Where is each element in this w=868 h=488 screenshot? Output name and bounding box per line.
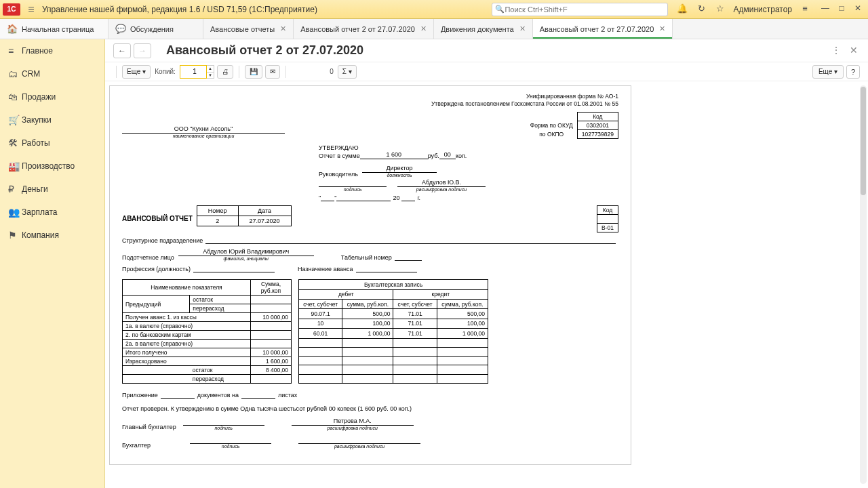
search-input[interactable] <box>505 5 665 14</box>
logo-1c: 1C <box>3 3 20 16</box>
code-header: Код <box>577 113 618 121</box>
c: 71.01 <box>393 329 437 338</box>
attach-n <box>161 390 195 399</box>
sidebar-item-sales[interactable]: 🛍Продажи <box>0 85 104 108</box>
kebab-icon[interactable]: ⋮ <box>830 45 842 57</box>
c: 71.01 <box>393 309 437 319</box>
report-paper: Унифицированная форма № АО-1 Утверждена … <box>109 85 631 465</box>
lt-h1: Наименование показателя <box>123 280 251 296</box>
sidebar-item-main[interactable]: ≡Главное <box>0 39 104 62</box>
sidebar-item-purchases[interactable]: 🛒Закупки <box>0 108 104 131</box>
struct-val <box>205 237 616 244</box>
chief-name: Петрова М.А. <box>292 418 414 426</box>
num-val: 2 <box>197 216 238 226</box>
c: 60.01 <box>299 329 342 338</box>
cart-icon: 🛒 <box>8 115 22 125</box>
close-doc-icon[interactable]: ✕ <box>848 45 860 57</box>
month-blank <box>336 193 391 201</box>
spinner-down[interactable]: ▼ <box>207 73 214 79</box>
close-icon[interactable]: ✕ <box>420 24 427 33</box>
lt-r3: Получен аванс 1. из кассы <box>123 313 251 322</box>
sidebar-item-salary[interactable]: 👥Зарплата <box>0 201 104 224</box>
rt-a1: счет, субсчет <box>299 299 342 308</box>
sidebar-item-company[interactable]: ⚑Компания <box>0 224 104 247</box>
rt-credit: кредит <box>393 289 488 299</box>
report-title: АВАНСОВЫЙ ОТЧЕТ <box>122 205 193 222</box>
copies-label: Копий: <box>155 68 176 75</box>
sidebar-item-money[interactable]: ₽Деньги <box>0 178 104 201</box>
tab-item-active[interactable]: Авансовый отчет 2 от 27.07.2020 ✕ <box>533 19 673 39</box>
pos-sub: должность <box>362 173 437 178</box>
more-right-button[interactable]: Еще ▾ <box>812 65 844 79</box>
user-name[interactable]: Администратор <box>733 5 792 14</box>
minimize-button[interactable]: — <box>818 3 833 16</box>
print-button[interactable]: 🖨 <box>217 65 233 79</box>
scrollbar-thumb[interactable] <box>861 87 866 195</box>
code-table-2: Код В-01 <box>597 205 618 232</box>
code-hdr2: Код <box>597 206 618 215</box>
star-icon[interactable]: ☆ <box>714 3 726 16</box>
discussions-tab[interactable]: 💬 Обсуждения <box>108 19 203 39</box>
spinner-up[interactable]: ▲ <box>207 66 214 73</box>
lt-r7v: 10 000,00 <box>251 348 292 357</box>
home-tab[interactable]: 🏠 Начальная страница <box>0 19 108 39</box>
save-button[interactable]: 💾 <box>245 65 262 79</box>
c: 500,00 <box>342 309 393 319</box>
copies-input[interactable] <box>180 65 207 79</box>
nav-back[interactable]: ← <box>113 43 131 58</box>
sidebar-label: Деньги <box>22 184 48 194</box>
close-button[interactable]: ✕ <box>850 3 865 16</box>
nav-forward[interactable]: → <box>134 43 151 58</box>
close-icon[interactable]: ✕ <box>280 24 286 33</box>
main-menu-icon[interactable]: ≡ <box>24 3 38 16</box>
tab-item[interactable]: Авансовый отчет 2 от 27.07.2020 ✕ <box>294 19 434 39</box>
more-button[interactable]: Еще ▾ <box>122 65 151 79</box>
close-icon[interactable]: ✕ <box>659 24 665 33</box>
tab-label: Авансовые отчеты <box>210 25 275 33</box>
history-icon[interactable]: ↻ <box>695 3 707 16</box>
attach-label: Приложение <box>122 392 158 399</box>
help-button[interactable]: ? <box>846 65 860 79</box>
tab-item[interactable]: Авансовые отчеты ✕ <box>203 19 294 39</box>
code-blank1 <box>597 215 618 224</box>
maximize-button[interactable]: □ <box>834 3 849 16</box>
c: 90.07.1 <box>299 309 342 319</box>
tabs-bar: 🏠 Начальная страница 💬 Обсуждения Авансо… <box>0 19 868 39</box>
approve-label: УТВЕРЖДАЮ <box>319 144 618 151</box>
tab-label: Движения документа <box>441 25 514 33</box>
prof-label: Профессия (должность) <box>122 266 191 272</box>
sidebar-item-production[interactable]: 🏭Производство <box>0 155 104 178</box>
bell-icon[interactable]: 🔔 <box>676 3 688 16</box>
discussions-label: Обсуждения <box>130 25 174 33</box>
attach-sheets: листах <box>278 392 297 399</box>
s2: подпись <box>190 444 271 449</box>
head-label: Руководитель <box>319 171 358 178</box>
lt-r1a: Предыдущий <box>123 296 190 313</box>
sigma-button[interactable]: Σ ▾ <box>338 65 357 79</box>
titlebar: 1C ≡ Управление нашей фирмой, редакция 1… <box>0 0 868 19</box>
c: 500,00 <box>437 309 488 319</box>
c: 100,00 <box>342 319 393 328</box>
sidebar-label: Компания <box>22 230 59 240</box>
chief-label: Главный бухгалтер <box>122 424 176 430</box>
struct-label: Структурное подразделение <box>122 237 203 244</box>
tab-item[interactable]: Движения документа ✕ <box>434 19 533 39</box>
global-search[interactable]: 🔍 <box>492 3 668 16</box>
scrollbar-vertical[interactable] <box>860 85 867 484</box>
settings-icon[interactable]: ≡ <box>799 3 811 16</box>
mail-button[interactable]: ✉ <box>265 65 280 79</box>
s: подпись <box>183 426 264 430</box>
sidebar-item-crm[interactable]: 🗂CRM <box>0 62 104 85</box>
purpose-val <box>356 265 417 272</box>
sidebar-item-works[interactable]: 🛠Работы <box>0 131 104 155</box>
factory-icon: 🏭 <box>8 161 22 171</box>
sidebar-label: Закупки <box>22 115 52 125</box>
sidebar: ≡Главное 🗂CRM 🛍Продажи 🛒Закупки 🛠Работы … <box>0 39 105 488</box>
flag-icon: ⚑ <box>8 230 22 241</box>
y20: 20 <box>393 195 399 201</box>
close-icon[interactable]: ✕ <box>519 24 526 33</box>
c: 10 <box>299 319 342 328</box>
document-viewport[interactable]: Унифицированная форма № АО-1 Утверждена … <box>105 81 868 488</box>
c: 1 000,00 <box>437 329 488 338</box>
acc-name <box>298 436 420 444</box>
